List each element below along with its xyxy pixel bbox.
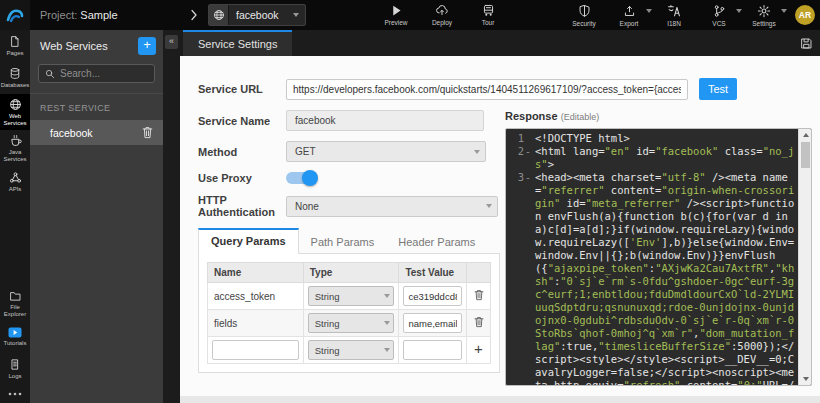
test-button[interactable]: Test (699, 78, 737, 100)
search-box[interactable] (38, 64, 155, 83)
export-icon (623, 4, 636, 18)
param-test-value-input[interactable] (403, 313, 462, 333)
table-row: access_token String (208, 283, 491, 310)
sidebar-item-tutorials[interactable]: Tutorials (0, 321, 30, 353)
response-code-editor[interactable]: 1 <!DOCTYPE html> 2- <html lang="en" id=… (505, 128, 812, 386)
export-label: Export (620, 20, 639, 27)
sidebar-item-web-services[interactable]: Web Services (0, 94, 30, 130)
scroll-down-button[interactable] (799, 373, 812, 385)
service-settings-form: Service URL Test Service Name facebook M… (180, 56, 820, 396)
service-name-value[interactable]: facebook (286, 110, 484, 131)
globe-icon (9, 98, 22, 111)
gear-icon (757, 4, 771, 18)
security-button[interactable]: Security (566, 4, 602, 27)
table-new-row: String + (208, 337, 491, 364)
method-select[interactable]: GET (286, 141, 486, 162)
table-header-row: Name Type Test Value (208, 263, 491, 283)
tab-service-settings[interactable]: Service Settings (183, 30, 292, 56)
service-name-label: Service Name (198, 115, 286, 127)
tab-path-params[interactable]: Path Params (299, 230, 387, 254)
param-test-value-input[interactable] (403, 286, 462, 306)
add-service-button[interactable]: + (138, 37, 156, 55)
new-param-type-select[interactable]: String (308, 340, 395, 360)
security-label: Security (572, 20, 595, 27)
vcs-button[interactable]: VCS (701, 4, 737, 27)
sidebar-item-logs[interactable]: Logs (0, 353, 30, 385)
editor-scrollbar[interactable] (798, 129, 811, 385)
delete-row-button[interactable] (474, 289, 484, 301)
breadcrumb: Project: Sample (40, 9, 190, 21)
tab-query-params[interactable]: Query Params (198, 228, 299, 254)
sidebar-item-java-services[interactable]: Java Services (0, 130, 30, 166)
param-name: access_token (208, 283, 304, 310)
preview-button[interactable]: Preview (378, 0, 414, 30)
sidebar-item-databases[interactable]: Databases (0, 62, 30, 94)
video-play-icon (8, 327, 22, 338)
code-text[interactable]: <head><meta charset="utf-8" /><meta name… (532, 171, 798, 385)
settings-label: Settings (752, 20, 776, 27)
http-auth-row: HTTP Authentication None (198, 194, 505, 218)
toggle-knob (302, 170, 318, 186)
new-param-test-value-input[interactable] (403, 340, 462, 360)
column-header-test-value: Test Value (399, 263, 467, 283)
chevron-down-icon (781, 13, 787, 20)
vcs-label: VCS (712, 20, 725, 27)
tab-header-params[interactable]: Header Params (386, 230, 487, 254)
chevron-down-icon (380, 294, 393, 298)
sidebar-item-pages[interactable]: Pages (0, 30, 30, 62)
chevron-down-icon (469, 150, 485, 154)
service-list-item-facebook[interactable]: facebook (30, 120, 163, 145)
globe-icon (209, 5, 229, 25)
project-name: Sample (80, 9, 117, 21)
delete-service-button[interactable] (142, 126, 153, 139)
tour-button[interactable]: Tour (470, 0, 506, 30)
scrollbar-thumb[interactable] (801, 142, 810, 168)
more-options-button[interactable] (0, 385, 30, 403)
log-file-icon (9, 358, 21, 371)
column-header-actions (467, 263, 491, 283)
service-url-input[interactable] (286, 79, 688, 100)
settings-button[interactable]: Settings (746, 4, 782, 27)
api-nodes-icon (9, 171, 22, 184)
code-area[interactable]: 1 <!DOCTYPE html> 2- <html lang="en" id=… (506, 129, 798, 385)
response-title: Response (505, 110, 558, 122)
user-avatar[interactable]: AR (795, 5, 815, 25)
delete-row-button[interactable] (474, 316, 484, 328)
export-button[interactable]: Export (611, 4, 647, 27)
sidebar-item-file-explorer[interactable]: File Explorer (0, 286, 30, 321)
http-auth-label: HTTP Authentication (198, 194, 286, 218)
scroll-up-button[interactable] (799, 129, 812, 141)
play-icon (390, 4, 403, 17)
search-input[interactable] (60, 68, 148, 79)
http-auth-select[interactable]: None (286, 196, 498, 217)
save-button[interactable] (792, 30, 820, 56)
query-params-panel: Name Type Test Value access_token (198, 253, 500, 373)
deploy-button[interactable]: Deploy (424, 0, 460, 30)
code-line: 1 <!DOCTYPE html> (506, 132, 798, 145)
fold-marker-icon[interactable] (524, 132, 532, 145)
ellipsis-icon (8, 392, 22, 396)
left-icon-rail: Pages Databases Web Services Java Servic… (0, 30, 30, 403)
use-proxy-toggle[interactable] (286, 172, 316, 184)
content-columns: Service Name facebook Method GET Use Pro… (180, 100, 820, 386)
brand-wave-icon (5, 5, 25, 25)
fold-marker-icon[interactable]: - (524, 171, 532, 385)
table-row: fields String (208, 310, 491, 337)
i18n-button[interactable]: I18N (656, 4, 692, 27)
wavemaker-logo[interactable] (0, 0, 30, 30)
fold-marker-icon[interactable]: - (524, 145, 532, 171)
sidebar-item-apis[interactable]: APIs (0, 166, 30, 198)
use-proxy-row: Use Proxy (198, 172, 505, 184)
service-selector-dropdown[interactable]: facebook (208, 4, 306, 26)
chevron-down-icon (481, 204, 497, 208)
add-param-button[interactable]: + (474, 340, 483, 357)
new-param-name-input[interactable] (212, 340, 299, 360)
collapse-panel-button[interactable]: « (165, 35, 178, 49)
code-text[interactable]: <html lang="en" id="facebook" class="no_… (532, 145, 798, 171)
folder-icon (9, 290, 22, 302)
branch-icon (713, 4, 726, 18)
code-text[interactable]: <!DOCTYPE html> (532, 132, 798, 145)
param-type-select[interactable]: String (308, 313, 395, 333)
line-gutter: 1 (506, 132, 532, 145)
param-type-select[interactable]: String (308, 286, 395, 306)
